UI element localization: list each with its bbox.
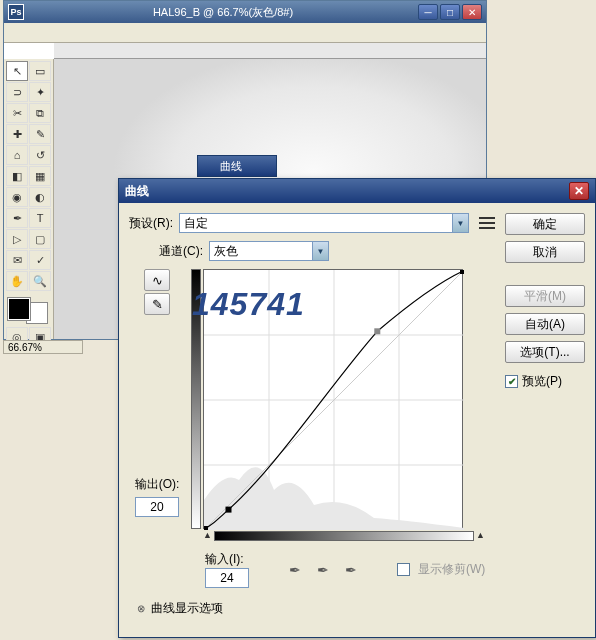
channel-label: 通道(C): bbox=[159, 243, 203, 260]
slider-handle-icon[interactable]: ▲ bbox=[203, 530, 212, 540]
output-field[interactable]: 20 bbox=[135, 497, 179, 517]
preset-value: 自定 bbox=[184, 215, 208, 232]
wand-tool-icon[interactable]: ✦ bbox=[29, 82, 51, 102]
curve-point[interactable] bbox=[226, 507, 232, 513]
input-field[interactable]: 24 bbox=[205, 568, 249, 588]
smooth-button: 平滑(M) bbox=[505, 285, 585, 307]
background-dialog-titlebar: 曲线 bbox=[197, 155, 277, 177]
horizontal-gradient bbox=[214, 531, 474, 541]
curves-title: 曲线 bbox=[125, 183, 569, 200]
lasso-tool-icon[interactable]: ⊃ bbox=[6, 82, 28, 102]
cancel-button[interactable]: 取消 bbox=[505, 241, 585, 263]
preview-label: 预览(P) bbox=[522, 373, 562, 390]
eraser-tool-icon[interactable]: ◧ bbox=[6, 166, 28, 186]
heal-tool-icon[interactable]: ✚ bbox=[6, 124, 28, 144]
blur-tool-icon[interactable]: ◉ bbox=[6, 187, 28, 207]
eyedropper-gray-icon[interactable]: ✒ bbox=[313, 560, 333, 580]
curves-graph[interactable] bbox=[203, 269, 463, 529]
ps-window-controls: ─ □ ✕ bbox=[418, 4, 482, 20]
options-button[interactable]: 选项(T)... bbox=[505, 341, 585, 363]
curve-point[interactable] bbox=[204, 526, 208, 530]
channel-select[interactable]: 灰色 ▼ bbox=[209, 241, 329, 261]
disclosure-label: 曲线显示选项 bbox=[151, 600, 223, 617]
ok-button[interactable]: 确定 bbox=[505, 213, 585, 235]
ps-app-icon: Ps bbox=[8, 4, 24, 20]
preset-label: 预设(R): bbox=[129, 215, 173, 232]
ps-menubar[interactable] bbox=[4, 23, 486, 43]
stamp-tool-icon[interactable]: ⌂ bbox=[6, 145, 28, 165]
zoom-tool-icon[interactable]: 🔍 bbox=[29, 271, 51, 291]
shape-tool-icon[interactable]: ▢ bbox=[29, 229, 51, 249]
eyedrop-tool-icon[interactable]: ✓ bbox=[29, 250, 51, 270]
type-tool-icon[interactable]: T bbox=[29, 208, 51, 228]
pen-tool-icon[interactable]: ✒ bbox=[6, 208, 28, 228]
zoom-status[interactable]: 66.67% bbox=[3, 340, 83, 354]
show-clip-label: 显示修剪(W) bbox=[418, 561, 485, 578]
brush-tool-icon[interactable]: ✎ bbox=[29, 124, 51, 144]
chevron-down-icon: ▼ bbox=[312, 242, 328, 260]
chevron-down-icon: ▼ bbox=[452, 214, 468, 232]
curve-point-selected[interactable] bbox=[374, 328, 380, 334]
fg-color-swatch[interactable] bbox=[8, 298, 30, 320]
tool-palette: ↖ ▭ ⊃ ✦ ✂ ⧉ ✚ ✎ ⌂ ↺ ◧ ▦ ◉ ◐ ✒ T ▷ ▢ ✉ ✓ … bbox=[4, 59, 54, 339]
path-tool-icon[interactable]: ▷ bbox=[6, 229, 28, 249]
ruler-horizontal bbox=[54, 43, 486, 59]
pencil-mode-button[interactable]: ✎ bbox=[144, 293, 170, 315]
history-tool-icon[interactable]: ↺ bbox=[29, 145, 51, 165]
vertical-gradient bbox=[191, 269, 201, 529]
output-label: 输出(O): bbox=[135, 476, 180, 493]
hand-tool-icon[interactable]: ✋ bbox=[6, 271, 28, 291]
crop-tool-icon[interactable]: ✂ bbox=[6, 103, 28, 123]
channel-value: 灰色 bbox=[214, 243, 238, 260]
ps-titlebar[interactable]: Ps HAL96_B @ 66.7%(灰色/8#) ─ □ ✕ bbox=[4, 1, 486, 23]
ps-document-title: HAL96_B @ 66.7%(灰色/8#) bbox=[28, 5, 418, 20]
curve-mode-button[interactable]: ∿ bbox=[144, 269, 170, 291]
show-clip-checkbox[interactable] bbox=[397, 563, 410, 576]
disclosure-row[interactable]: ⊗ 曲线显示选项 bbox=[137, 600, 495, 617]
eyedropper-white-icon[interactable]: ✒ bbox=[341, 560, 361, 580]
preview-checkbox[interactable]: ✔ bbox=[505, 375, 518, 388]
curve-point[interactable] bbox=[460, 270, 464, 274]
slider-handle-icon[interactable]: ▲ bbox=[476, 530, 485, 540]
color-swatch[interactable] bbox=[6, 296, 50, 326]
input-label: 输入(I): bbox=[205, 551, 249, 568]
preset-select[interactable]: 自定 ▼ bbox=[179, 213, 469, 233]
dodge-tool-icon[interactable]: ◐ bbox=[29, 187, 51, 207]
gradient-tool-icon[interactable]: ▦ bbox=[29, 166, 51, 186]
preset-menu-icon[interactable] bbox=[479, 217, 495, 229]
close-icon[interactable]: ✕ bbox=[569, 182, 589, 200]
disclosure-arrow-icon: ⊗ bbox=[137, 603, 145, 614]
eyedropper-black-icon[interactable]: ✒ bbox=[285, 560, 305, 580]
marquee-tool-icon[interactable]: ▭ bbox=[29, 61, 51, 81]
slice-tool-icon[interactable]: ⧉ bbox=[29, 103, 51, 123]
move-tool-icon[interactable]: ↖ bbox=[6, 61, 28, 81]
close-button[interactable]: ✕ bbox=[462, 4, 482, 20]
curves-dialog: 曲线 ✕ 预设(R): 自定 ▼ 通道(C): 灰色 ▼ bbox=[118, 178, 596, 638]
curves-titlebar[interactable]: 曲线 ✕ bbox=[119, 179, 595, 203]
auto-button[interactable]: 自动(A) bbox=[505, 313, 585, 335]
notes-tool-icon[interactable]: ✉ bbox=[6, 250, 28, 270]
maximize-button[interactable]: □ bbox=[440, 4, 460, 20]
minimize-button[interactable]: ─ bbox=[418, 4, 438, 20]
